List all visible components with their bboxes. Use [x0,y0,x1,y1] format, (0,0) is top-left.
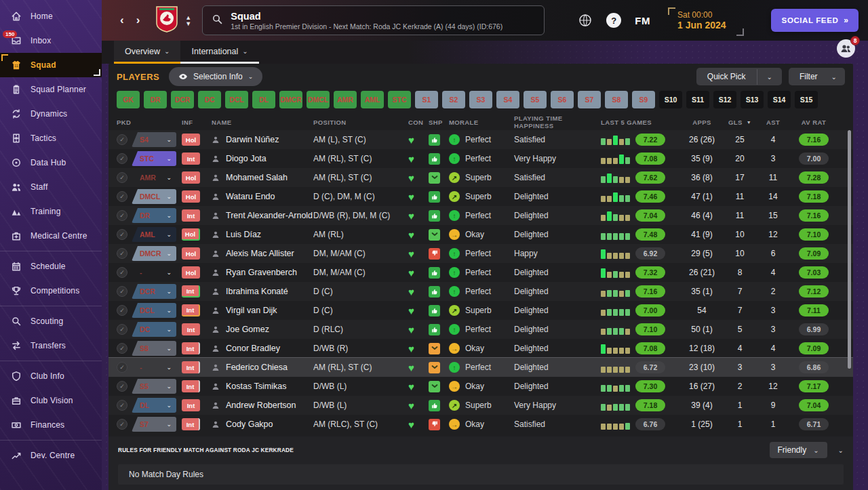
info-badge[interactable]: Hol [182,134,200,146]
player-row[interactable]: ✓DMCR⌄HolAlexis Mac AllisterDM, M/AM (C)… [108,244,853,263]
col-last5[interactable]: LAST 5 GAMES [601,119,681,126]
cell-name[interactable]: Kostas Tsimikas [212,382,313,391]
player-row[interactable]: ✓AMR⌄HolMohamed SalahAM (RL), ST (C)♥↗Su… [108,168,853,187]
sidebar-item-dynamics[interactable]: Dynamics [0,102,102,126]
cell-name[interactable]: Alexis Mac Allister [212,249,313,258]
picked-checkbox[interactable]: ✓ [117,324,127,335]
picked-checkbox[interactable]: ✓ [117,210,127,221]
sidebar-item-dev-centre[interactable]: Dev. Centre [0,443,102,468]
chevron-down-icon[interactable]: ⌄ [757,69,782,85]
position-filter-s14[interactable]: S14 [768,91,791,108]
info-badge[interactable]: Hol [182,228,200,241]
sidebar-item-club-info[interactable]: Club Info [0,364,102,388]
sidebar-item-medical-centre[interactable]: Medical Centre [0,224,102,248]
info-badge[interactable]: Int [182,152,200,165]
player-row[interactable]: ✓-⌄HolRyan GravenberchDM, M/AM (C)♥↑Perf… [108,263,853,282]
picked-checkbox[interactable]: ✓ [117,419,127,430]
sidebar-item-tactics[interactable]: Tactics [0,126,102,150]
info-badge[interactable]: Int [182,323,200,335]
col-avrat[interactable]: AV RAT [789,119,838,126]
quick-pick-button[interactable]: Quick Pick ⌄ [696,68,782,85]
world-globe-icon[interactable] [578,13,593,28]
position-filter-dcl[interactable]: DCL [225,91,248,108]
cell-name[interactable]: Cody Gakpo [212,420,313,429]
info-badge[interactable]: Int [182,418,200,430]
position-filter-dmcr[interactable]: DMCR [279,91,302,108]
col-name[interactable]: NAME [212,119,313,126]
cell-name[interactable]: Conor Bradley [212,344,313,353]
sidebar-item-squad-planner[interactable]: Squad Planner [0,77,102,102]
pkd-selection-dropdown[interactable]: S8⌄ [132,341,176,356]
picked-checkbox[interactable]: ✓ [117,191,127,202]
pkd-selection-dropdown[interactable]: DCR⌄ [132,284,176,299]
picked-checkbox[interactable]: ✓ [117,153,127,164]
game-date[interactable]: Sat 00:00 1 Jun 2024 [668,7,736,33]
pkd-selection-dropdown[interactable]: S5⌄ [132,379,176,394]
pkd-selection-dropdown[interactable]: DC⌄ [132,322,176,337]
player-row[interactable]: ✓AML⌄HolLuis DíazAM (RL)♥→OkayDelighted7… [108,225,853,244]
player-row[interactable]: ✓S4⌄HolDarwin NúñezAM (L), ST (C)♥↑Perfe… [108,130,853,149]
picked-checkbox[interactable]: ✓ [117,172,127,183]
col-gls[interactable]: GLS▼ [723,119,757,126]
pkd-selection-dropdown[interactable]: S4⌄ [132,132,176,147]
pkd-selection-dropdown[interactable]: AMR⌄ [132,170,176,185]
help-icon[interactable]: ? [606,13,621,28]
cell-name[interactable]: Federico Chiesa [212,363,313,372]
filter-button[interactable]: Filter ⌄ [789,68,845,85]
col-morale[interactable]: MORALE [449,119,514,126]
position-filter-aml[interactable]: AML [361,91,384,108]
club-crest-icon[interactable] [155,5,178,35]
cell-name[interactable]: Mohamed Salah [212,173,313,182]
col-pkd[interactable]: PKD [117,119,182,126]
pkd-selection-dropdown[interactable]: STC⌄ [132,151,176,166]
position-filter-dcr[interactable]: DCR [171,91,194,108]
pkd-selection-dropdown[interactable]: DMCL⌄ [132,189,176,204]
sidebar-item-squad[interactable]: 11Squad [0,53,102,77]
sidebar-item-scouting[interactable]: Scouting [0,309,102,333]
position-filter-s12[interactable]: S12 [713,91,736,108]
info-badge[interactable]: Hol [182,266,200,279]
sidebar-item-home[interactable]: Home [0,4,102,28]
tab-international[interactable]: International ⌄ [180,41,258,64]
player-row[interactable]: ✓DR⌄IntTrent Alexander-ArnoldD/WB (R), D… [108,206,853,225]
picked-checkbox[interactable]: ✓ [117,381,127,392]
cell-name[interactable]: Joe Gomez [212,325,313,334]
cell-name[interactable]: Luis Díaz [212,230,313,239]
pkd-selection-dropdown[interactable]: AML⌄ [132,227,176,242]
info-badge[interactable]: Int [182,209,200,222]
pkd-selection-dropdown[interactable]: DR⌄ [132,208,176,223]
player-row[interactable]: ✓DL⌄IntAndrew RobertsonD/WB (L)♥↗SuperbV… [108,396,853,415]
position-filter-amr[interactable]: AMR [334,91,357,108]
team-switcher-chevrons[interactable]: ▲▼ [185,15,191,26]
cell-name[interactable]: Wataru Endo [212,192,313,201]
position-filter-dmcl[interactable]: DMCL [307,91,330,108]
picked-checkbox[interactable]: ✓ [117,362,127,373]
info-badge[interactable]: Int [182,399,200,411]
col-inf[interactable]: INF [182,119,212,126]
player-row[interactable]: ✓S8⌄IntConor BradleyD/WB (R)♥→OkayDeligh… [108,339,853,358]
pkd-selection-dropdown[interactable]: DCL⌄ [132,303,176,318]
col-apps[interactable]: APPS [681,119,723,126]
pkd-selection-dropdown[interactable]: DL⌄ [132,398,176,413]
match-type-dropdown[interactable]: Friendly ⌄ [770,442,827,458]
info-badge[interactable]: Hol [182,247,200,260]
position-filter-s7[interactable]: S7 [578,91,601,108]
sidebar-item-club-vision[interactable]: Club Vision [0,388,102,413]
picked-checkbox[interactable]: ✓ [117,286,127,297]
nav-forward-icon[interactable]: › [130,11,146,30]
cell-name[interactable]: Diogo Jota [212,154,313,163]
cell-name[interactable]: Ibrahima Konaté [212,287,313,296]
col-shp[interactable]: SHP [429,119,449,126]
player-row[interactable]: ✓DC⌄IntJoe GomezD (RLC)♥↑PerfectDelighte… [108,320,853,339]
position-filter-s8[interactable]: S8 [605,91,628,108]
player-row[interactable]: ✓S5⌄IntKostas TsimikasD/WB (L)♥→OkayDeli… [108,377,853,396]
position-filter-s3[interactable]: S3 [469,91,492,108]
sidebar-item-schedule[interactable]: Schedule [0,254,102,279]
info-badge[interactable]: Int [182,380,200,392]
picked-checkbox[interactable]: ✓ [117,343,127,354]
cell-name[interactable]: Trent Alexander-Arnold [212,211,313,220]
cell-name[interactable]: Virgil van Dijk [212,306,313,315]
pkd-selection-dropdown[interactable]: DMCR⌄ [132,246,176,261]
player-row[interactable]: ✓STC⌄IntDiogo JotaAM (RL), ST (C)♥↑Perfe… [108,149,853,168]
page-title-search-box[interactable]: Squad 1st in English Premier Division - … [202,5,545,35]
